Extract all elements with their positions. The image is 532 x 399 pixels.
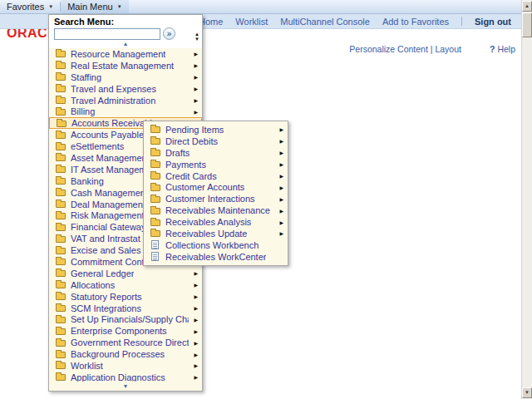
submenu-item-credit-cards[interactable]: Credit Cards ▶ <box>144 170 288 182</box>
menu-item-real-estate-management[interactable]: Real Estate Management ▶ <box>49 60 202 71</box>
submenu-item-direct-debits[interactable]: Direct Debits ▶ <box>144 135 288 147</box>
menu-item-worklist[interactable]: Worklist ▶ <box>49 360 202 372</box>
folder-icon <box>56 213 66 219</box>
menu-item-label: Set Up Financials/Supply Chain <box>71 314 189 324</box>
submenu-arrow-icon: ▶ <box>194 51 198 57</box>
divider <box>461 17 462 26</box>
menu-item-allocations[interactable]: Allocations ▶ <box>49 279 202 291</box>
menu-item-label: Banking <box>71 176 104 186</box>
menu-item-enterprise-components[interactable]: Enterprise Components ▶ <box>49 325 202 337</box>
submenu-arrow-icon: ▶ <box>194 97 198 103</box>
page-scrollbar[interactable]: ▲ ▼ <box>521 0 532 399</box>
help-icon: ? <box>490 44 495 54</box>
submenu-item-customer-accounts[interactable]: Customer Accounts ▶ <box>144 181 288 193</box>
submenu-item-customer-interactions[interactable]: Customer Interactions ▶ <box>144 193 288 204</box>
submenu-arrow-icon: ▶ <box>194 282 198 288</box>
submenu-item-receivables-maintenance[interactable]: Receivables Maintenance ▶ <box>144 204 288 216</box>
scrollbar-down-button[interactable]: ▼ <box>522 387 532 398</box>
submenu-arrow-icon: ▶ <box>194 270 198 276</box>
submenu-item-drafts[interactable]: Drafts ▶ <box>144 147 288 159</box>
menu-scroll-down-button[interactable]: ▼ <box>49 382 202 391</box>
submenu-arrow-icon: ▶ <box>194 109 198 115</box>
menu-item-label: Customer Interactions <box>165 194 255 204</box>
submenu-arrow-icon: ▶ <box>279 173 283 179</box>
folder-icon <box>150 230 160 237</box>
menu-item-label: SCM Integrations <box>71 303 141 313</box>
menu-item-application-diagnostics[interactable]: Application Diagnostics ▶ <box>49 372 202 382</box>
menu-item-label: Commitment Control <box>71 257 155 267</box>
menu-item-statutory-reports[interactable]: Statutory Reports ▶ <box>49 291 202 303</box>
personalize-content-layout-link[interactable]: Personalize Content | Layout <box>349 44 461 54</box>
menu-item-label: Deal Management <box>71 200 145 209</box>
menu-item-travel-and-expenses[interactable]: Travel and Expenses ▶ <box>49 83 202 95</box>
main-menu-label: Main Menu <box>67 2 112 12</box>
multichannel-console-link[interactable]: MultiChannel Console <box>280 17 370 27</box>
menu-item-resource-management[interactable]: Resource Management ▶ <box>49 48 202 60</box>
menu-item-label: Payments <box>165 160 206 170</box>
scrollbar-up-button[interactable]: ▲ <box>522 1 532 12</box>
menu-item-label: eSettlements <box>71 141 124 151</box>
submenu-item-receivables-workcenter[interactable]: Receivables WorkCenter <box>144 251 288 263</box>
menu-item-label: Background Processes <box>71 349 165 359</box>
folder-icon <box>56 224 66 231</box>
menu-item-label: Staffing <box>71 72 101 82</box>
menu-item-scm-integrations[interactable]: SCM Integrations ▶ <box>49 303 202 314</box>
submenu-item-receivables-analysis[interactable]: Receivables Analysis ▶ <box>144 216 288 228</box>
submenu-arrow-icon: ▶ <box>194 305 198 311</box>
search-go-button[interactable]: » <box>163 27 175 40</box>
chevron-down-icon: ▼ <box>117 4 122 9</box>
folder-icon <box>56 270 66 277</box>
folder-icon <box>56 362 66 369</box>
menu-item-billing[interactable]: Billing ▶ <box>49 106 202 117</box>
submenu-arrow-icon: ▶ <box>279 185 283 190</box>
favorites-label: Favorites <box>7 2 44 12</box>
menu-item-label: Enterprise Components <box>71 326 167 336</box>
spinner-down-icon: ▼ <box>195 37 200 42</box>
menu-item-label: Financial Gateway <box>71 222 146 232</box>
folder-icon <box>56 155 66 161</box>
folder-icon <box>56 178 66 185</box>
submenu-item-receivables-update[interactable]: Receivables Update ▶ <box>144 228 288 239</box>
folder-icon <box>57 121 66 127</box>
menu-scroll-spinner[interactable]: ▲ ▼ <box>195 32 200 42</box>
folder-icon <box>56 305 66 312</box>
folder-icon <box>150 126 160 133</box>
menu-item-background-processes[interactable]: Background Processes ▶ <box>49 348 202 360</box>
menu-item-label: Worklist <box>71 361 103 371</box>
menu-item-travel-administration[interactable]: Travel Administration ▶ <box>49 95 202 106</box>
submenu-arrow-icon: ▶ <box>194 362 198 368</box>
folder-icon <box>56 340 66 347</box>
folder-icon <box>56 293 66 300</box>
submenu-item-payments[interactable]: Payments ▶ <box>144 159 288 170</box>
menu-item-label: Direct Debits <box>165 136 218 146</box>
search-input[interactable] <box>54 28 160 40</box>
menu-item-label: Real Estate Management <box>71 61 174 71</box>
submenu-arrow-icon: ▶ <box>279 150 283 155</box>
folder-icon <box>150 173 160 180</box>
menu-item-label: Travel Administration <box>71 96 155 106</box>
add-to-favorites-link[interactable]: Add to Favorites <box>382 17 449 27</box>
document-icon <box>151 252 159 261</box>
folder-icon <box>56 62 66 69</box>
menu-item-label: Billing <box>71 106 95 116</box>
favorites-menu-button[interactable]: Favorites ▼ <box>0 0 60 13</box>
menu-item-general-ledger[interactable]: General Ledger ▶ <box>49 268 202 279</box>
menu-item-set-up-financials-supply-chain[interactable]: Set Up Financials/Supply Chain ▶ <box>49 313 202 325</box>
menu-item-label: Asset Management <box>71 153 150 163</box>
submenu-list: Pending Items ▶ Direct Debits ▶ Drafts ▶… <box>144 124 288 263</box>
menu-item-staffing[interactable]: Staffing ▶ <box>49 71 202 83</box>
worklist-link[interactable]: Worklist <box>235 17 268 27</box>
scrollbar-thumb[interactable] <box>522 12 532 37</box>
submenu-arrow-icon: ▶ <box>194 317 198 323</box>
submenu-item-pending-items[interactable]: Pending Items ▶ <box>144 124 288 135</box>
submenu-arrow-icon: ▶ <box>279 230 283 236</box>
help-link[interactable]: ? Help <box>490 44 515 54</box>
folder-icon <box>56 328 66 335</box>
menu-scroll-up-button[interactable]: ▲ <box>49 40 202 48</box>
main-menu-button[interactable]: Main Menu ▼ <box>61 0 128 13</box>
menu-item-government-resource-directory[interactable]: Government Resource Directory ▶ <box>49 337 202 348</box>
folder-icon <box>56 259 66 265</box>
sign-out-link[interactable]: Sign out <box>475 17 511 27</box>
chevron-down-icon: ▼ <box>48 4 53 9</box>
submenu-item-collections-workbench[interactable]: Collections Workbench <box>144 239 288 251</box>
